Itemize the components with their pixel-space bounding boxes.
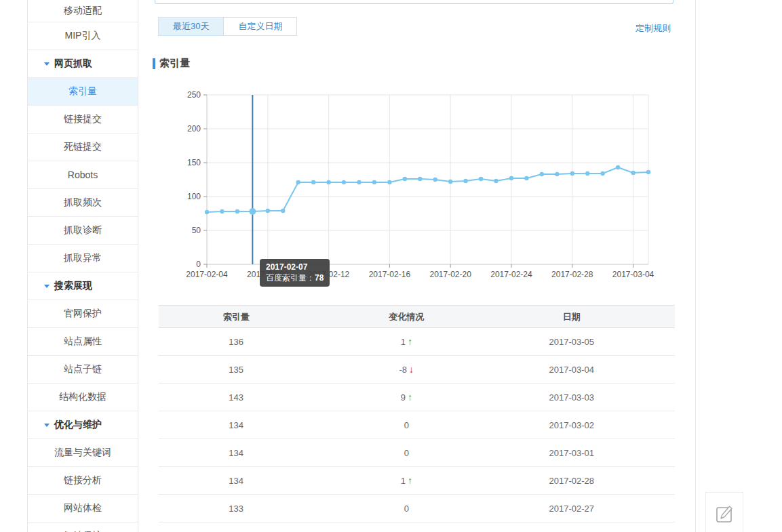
data-point[interactable] — [494, 179, 498, 183]
cell-index-volume: 136 — [159, 328, 313, 355]
sidebar-item-链接提交[interactable]: 链接提交 — [28, 106, 138, 134]
sidebar-item-搜索展现[interactable]: 搜索展现 — [28, 272, 138, 300]
sidebar-item-抓取频次[interactable]: 抓取频次 — [28, 189, 138, 217]
cell-index-volume: 134 — [159, 439, 313, 466]
sidebar-item-label: 死链提交 — [64, 141, 102, 153]
sidebar-item-label: 链接分析 — [64, 474, 102, 487]
cell-spacer — [644, 384, 675, 411]
data-point[interactable] — [326, 180, 330, 184]
y-tick-label: 50 — [192, 226, 201, 235]
data-point[interactable] — [372, 180, 376, 184]
sidebar-item-label: 抓取异常 — [64, 252, 102, 264]
data-point[interactable] — [205, 210, 209, 214]
data-point[interactable] — [403, 177, 407, 181]
data-point[interactable] — [296, 180, 300, 184]
sidebar-item-闭站保护[interactable]: 闭站保护 — [28, 523, 138, 532]
y-tick-label: 0 — [196, 260, 201, 269]
sidebar-item-Robots[interactable]: Robots — [28, 161, 138, 189]
sidebar-item-抓取诊断[interactable]: 抓取诊断 — [28, 217, 138, 245]
x-tick-label: 2017-02-24 — [490, 270, 532, 279]
sidebar-item-label: 站点子链 — [64, 363, 102, 375]
cell-spacer — [644, 523, 675, 532]
data-point[interactable] — [235, 209, 239, 213]
sidebar-item-官网保护[interactable]: 官网保护 — [28, 300, 138, 328]
cell-change: 1↑ — [313, 328, 499, 355]
sidebar-item-移动适配[interactable]: 移动适配 — [28, 0, 138, 22]
sidebar-item-抓取异常[interactable]: 抓取异常 — [28, 245, 138, 272]
sidebar-item-站点子链[interactable]: 站点子链 — [28, 356, 138, 384]
caret-down-icon — [44, 424, 50, 427]
line-chart-canvas[interactable]: 0501001502002502017-02-042017-02-082017-… — [166, 88, 682, 285]
cell-change: 0 — [313, 439, 499, 466]
data-point[interactable] — [631, 171, 635, 175]
data-point[interactable] — [616, 165, 620, 169]
data-point[interactable] — [387, 180, 391, 184]
data-point[interactable] — [646, 170, 650, 174]
sidebar-item-流量与关键词[interactable]: 流量与关键词 — [28, 439, 138, 467]
y-tick-label: 150 — [187, 158, 201, 167]
table-row: 13402017-03-02 — [159, 411, 675, 439]
cell-change: 6↑ — [313, 523, 499, 532]
top-panel-edge — [155, 0, 673, 4]
x-tick-label: 2017-02-16 — [369, 270, 411, 279]
tab-last-30-days[interactable]: 最近30天 — [158, 17, 224, 36]
data-point[interactable] — [555, 172, 559, 176]
custom-rule-link[interactable]: 定制规则 — [636, 22, 671, 35]
content-right-divider — [695, 0, 696, 532]
tooltip-value: 78 — [315, 273, 324, 283]
data-point[interactable] — [524, 176, 528, 180]
data-point[interactable] — [540, 172, 544, 176]
x-tick-label: 2017-02-04 — [186, 270, 228, 279]
x-tick-label: 2017-02-20 — [429, 270, 471, 279]
data-point[interactable] — [433, 178, 437, 182]
data-point[interactable] — [418, 177, 422, 181]
sidebar-item-链接分析[interactable]: 链接分析 — [28, 467, 138, 495]
cell-change: -8↓ — [313, 356, 499, 383]
cell-date: 2017-03-02 — [499, 411, 644, 438]
sidebar-item-站点属性[interactable]: 站点属性 — [28, 328, 138, 356]
data-point[interactable] — [342, 180, 346, 184]
cell-date: 2017-02-28 — [499, 467, 644, 494]
cell-date: 2017-03-01 — [499, 439, 644, 466]
sidebar-item-优化与维护[interactable]: 优化与维护 — [28, 411, 138, 439]
sidebar-item-label: 网页抓取 — [54, 58, 92, 70]
data-point[interactable] — [249, 208, 256, 215]
data-point[interactable] — [357, 180, 361, 184]
data-point[interactable] — [311, 180, 315, 184]
data-point[interactable] — [570, 171, 574, 176]
arrow-down-icon: ↓ — [409, 364, 414, 375]
data-point[interactable] — [266, 209, 270, 213]
feedback-widget[interactable] — [705, 492, 743, 532]
title-accent-bar — [153, 58, 155, 69]
cell-change: 0 — [313, 495, 499, 522]
sidebar-item-索引量[interactable]: 索引量 — [28, 78, 138, 106]
tab-custom-date[interactable]: 自定义日期 — [223, 17, 297, 36]
table-row: 1439↑2017-03-03 — [159, 384, 675, 411]
sidebar-item-结构化数据[interactable]: 结构化数据 — [28, 384, 138, 411]
data-point[interactable] — [585, 171, 589, 176]
data-point[interactable] — [448, 180, 452, 184]
sidebar-item-网站体检[interactable]: 网站体检 — [28, 495, 138, 523]
sidebar-item-label: 站点属性 — [64, 335, 102, 348]
table-row: 1361↑2017-03-05 — [159, 328, 675, 356]
sidebar-item-死链提交[interactable]: 死链提交 — [28, 134, 138, 161]
cell-date: 2017-03-04 — [499, 356, 644, 383]
data-point[interactable] — [220, 209, 224, 213]
cell-spacer — [644, 495, 675, 522]
change-value: 9 — [401, 392, 406, 403]
cell-index-volume: 135 — [159, 356, 313, 383]
sidebar-item-MIP引入[interactable]: MIP引入 — [28, 22, 138, 50]
table-row: 13402017-03-01 — [159, 439, 675, 467]
change-value: 0 — [404, 448, 409, 458]
data-point[interactable] — [509, 176, 513, 180]
sidebar-item-网页抓取[interactable]: 网页抓取 — [28, 50, 138, 78]
sidebar-item-label: 链接提交 — [64, 113, 102, 125]
data-point[interactable] — [281, 209, 285, 213]
sidebar-menu: 移动适配MIP引入网页抓取索引量链接提交死链提交Robots抓取频次抓取诊断抓取… — [27, 0, 138, 532]
index-volume-table: 索引量 变化情况 日期 1361↑2017-03-05135-8↓2017-03… — [159, 305, 675, 532]
x-tick-label: 2017-03-04 — [612, 270, 654, 279]
data-point[interactable] — [463, 179, 467, 183]
cell-date: 2017-02-26 — [499, 523, 644, 532]
data-point[interactable] — [479, 177, 483, 181]
data-point[interactable] — [600, 171, 604, 176]
